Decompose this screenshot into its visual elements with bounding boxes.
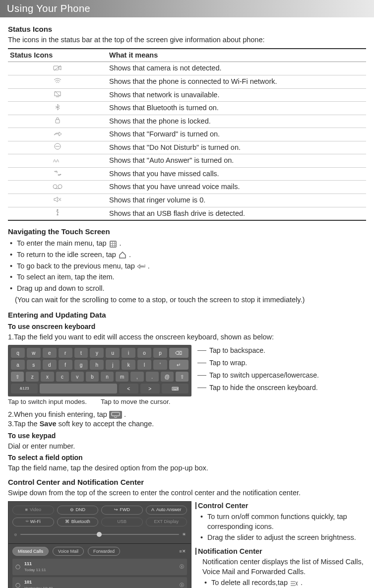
svg-rect-25 <box>113 246 114 247</box>
svg-point-10 <box>58 185 62 189</box>
cc-video-toggle[interactable]: ■ Video <box>12 506 54 515</box>
usb-icon <box>52 209 63 216</box>
enter-field-body: Tap the field name, tap the desired opti… <box>8 463 366 473</box>
delete-record-icon[interactable]: ⓧ <box>180 564 184 570</box>
label-control-center: Control Center <box>195 502 249 509</box>
row-text: Shows that camera is not detected. <box>107 62 366 75</box>
clear-all-list-icon <box>290 580 299 588</box>
col-status-icons: Status Icons <box>8 49 107 62</box>
cc-descriptions: Control Center To turn on/off common fun… <box>198 501 366 588</box>
status-icons-table: Status Icons What it means Shows that ca… <box>8 48 366 221</box>
notification-row[interactable]: ◯ 101Yesterday 19:49 ⓧ <box>12 577 187 588</box>
svg-rect-21 <box>111 244 112 245</box>
brightness-slider[interactable] <box>20 534 179 535</box>
auto-answer-icon: AA <box>52 157 63 164</box>
row-text: Shows that you have missed calls. <box>107 167 366 181</box>
network-unavailable-icon <box>52 91 63 98</box>
back-arrow-icon <box>137 262 146 270</box>
forward-icon <box>52 131 63 137</box>
apps-grid-icon <box>109 240 118 248</box>
cc-ext-display-toggle[interactable]: EXT Display <box>146 518 187 526</box>
nav-subnote: (You can wait for the scrolling to come … <box>15 295 366 305</box>
voicemail-icon <box>52 183 63 190</box>
svg-rect-23 <box>115 244 116 245</box>
hide-keyboard-key-icon: ⌨ <box>162 384 188 393</box>
svg-rect-5 <box>56 120 60 123</box>
bluetooth-icon <box>52 104 63 111</box>
page-title-bar: Using Your Phone <box>0 0 374 17</box>
backspace-key-icon: ⌫ <box>169 348 188 358</box>
svg-rect-18 <box>111 242 112 243</box>
enter-keypad-body: Dial or enter number. <box>8 442 366 452</box>
enter-key-icon: ↵ <box>169 360 188 370</box>
keyboard-bottom-callouts: Tap to switch input modes. Tap to move t… <box>8 397 366 406</box>
svg-rect-16 <box>57 214 59 215</box>
tab-voice-mail[interactable]: Voice Mail <box>53 547 84 556</box>
notification-row[interactable]: ◯ 111Today 11:11 ⓧ <box>12 559 187 575</box>
cc-dnd-toggle[interactable]: ⊖ DND <box>57 506 99 515</box>
page-title: Using Your Phone <box>7 3 90 14</box>
brightness-low-icon: ☼ <box>13 531 17 537</box>
enter-sub-field: To select a field option <box>8 453 366 462</box>
svg-text:AA: AA <box>53 158 59 163</box>
camera-off-icon <box>52 65 63 71</box>
shift-key-icon: ⇧ <box>176 372 188 382</box>
notification-center-area: Missed Calls Voice Mail Forwarded ≡✕ ◯ 1… <box>8 543 191 588</box>
row-text: Shows that an USB flash drive is detecte… <box>107 207 366 220</box>
hide-keyboard-icon <box>109 411 122 419</box>
enter-sub-keypad: To use keypad <box>8 431 366 441</box>
wifi-icon <box>52 77 63 84</box>
nav-item: To return to the idle screen, tap . <box>10 250 366 260</box>
tab-missed-calls[interactable]: Missed Calls <box>12 547 49 556</box>
cc-heading: Control Center and Notification Center <box>8 477 366 487</box>
svg-rect-22 <box>113 244 114 245</box>
lock-icon <box>52 117 63 124</box>
row-text: Shows that ringer volume is 0. <box>107 194 366 207</box>
enter-heading: Entering and Updating Data <box>8 310 366 320</box>
keyboard-callouts: Tap to backspace. Tap to wrap. Tap to sw… <box>197 345 319 392</box>
cc-bluetooth-toggle[interactable]: ⌘ Bluetooth <box>57 518 99 526</box>
svg-rect-27 <box>112 412 120 416</box>
avatar-icon: ◯ <box>15 582 20 588</box>
enter-step2: 2.When you finish entering, tap . <box>8 410 366 420</box>
delete-record-icon[interactable]: ⓧ <box>180 582 184 588</box>
cc-wifi-toggle[interactable]: ⌔ Wi-Fi <box>12 518 54 526</box>
svg-rect-24 <box>111 246 112 247</box>
brightness-high-icon: ☀ <box>182 531 186 537</box>
cursor-right-key-icon: > <box>140 384 160 393</box>
cc-usb-toggle[interactable]: USB <box>101 518 143 526</box>
status-intro: The icons in the status bar at the top o… <box>8 35 366 45</box>
home-icon <box>118 251 127 259</box>
input-mode-key: &123 <box>11 384 38 393</box>
clear-all-icon[interactable]: ≡✕ <box>178 548 187 555</box>
row-text: Shows that Bluetooth is turned on. <box>107 102 366 115</box>
svg-rect-20 <box>115 242 116 243</box>
missed-call-icon <box>52 170 63 177</box>
status-heading: Status Icons <box>8 24 366 34</box>
cc-autoanswer-toggle[interactable]: A Auto Answer <box>146 506 187 515</box>
nav-item: Drag up and down to scroll. <box>10 284 366 294</box>
control-notification-panel: ■ Video ⊖ DND ↪ FWD A Auto Answer ⌔ Wi-F… <box>8 501 191 588</box>
cursor-left-key-icon: < <box>119 384 138 393</box>
enter-sub-keyboard: To use onscreen keyboard <box>8 322 366 331</box>
onscreen-keyboard: qwertyuiop ⌫ asdfghjkl' ↵ ⇧ zxcvbnm,.@ ⇧… <box>8 345 191 396</box>
col-meaning: What it means <box>107 49 366 62</box>
svg-rect-26 <box>115 246 116 247</box>
row-text: Shows that network is unavailable. <box>107 88 366 102</box>
row-text: Shows that "Auto Answer" is turned on. <box>107 154 366 168</box>
row-text: Shows that "Forward" is turned on. <box>107 128 366 141</box>
row-text: Shows that you have unread voice mails. <box>107 181 366 194</box>
svg-rect-0 <box>54 66 59 70</box>
label-notification-center: Notification Center <box>195 548 262 555</box>
mute-icon <box>52 196 63 203</box>
nav-heading: Navigating the Touch Screen <box>8 227 366 237</box>
tab-forwarded[interactable]: Forwarded <box>88 547 120 556</box>
nav-item: To select an item, tap the item. <box>10 272 366 282</box>
dnd-icon <box>52 143 63 150</box>
row-text: Shows that the phone is connected to Wi-… <box>107 75 366 88</box>
avatar-icon: ◯ <box>15 564 20 570</box>
nav-item: To go back to the previous menu, tap . <box>10 261 366 271</box>
control-center-area: ■ Video ⊖ DND ↪ FWD A Auto Answer ⌔ Wi-F… <box>8 502 191 543</box>
cc-fwd-toggle[interactable]: ↪ FWD <box>101 506 143 515</box>
shift-key-icon: ⇧ <box>11 372 24 382</box>
